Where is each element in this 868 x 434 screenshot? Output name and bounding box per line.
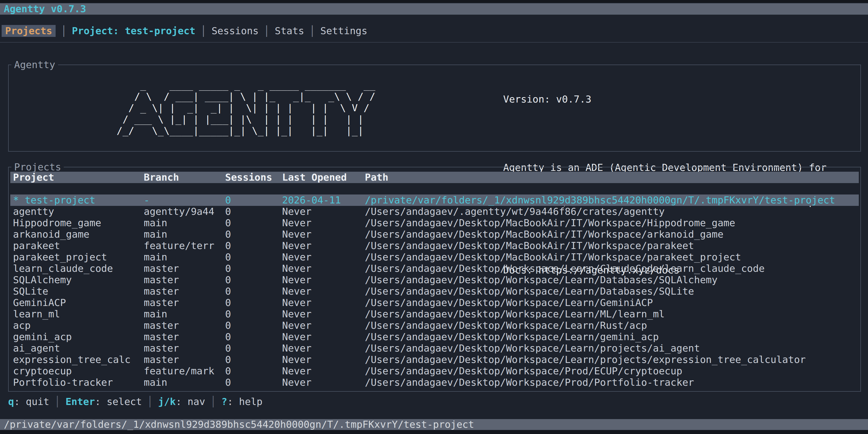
tab-bar: Projects │ Project: test-project │ Sessi…: [2, 25, 367, 37]
cell-branch: main: [144, 377, 167, 388]
cell-path: /Users/andagaev/Desktop/Workspace/Learn/…: [365, 320, 647, 331]
cell-path: /Users/andagaev/.agentty/wt/9a446f86/cra…: [365, 206, 664, 217]
help-label-help: help: [227, 396, 262, 407]
cell-branch: feature/terr: [144, 240, 214, 251]
cell-project: ai_agent: [13, 343, 60, 354]
cell-sessions: 0: [225, 206, 231, 217]
cell-branch: agentty/9a44: [144, 206, 214, 217]
cell-branch: feature/mark: [144, 365, 214, 377]
cell-sessions: 0: [225, 217, 231, 229]
help-label-quit: quit: [14, 396, 50, 407]
cell-last-opened: Never: [282, 206, 311, 217]
cell-sessions: 0: [225, 251, 231, 263]
cell-last-opened: Never: [282, 297, 311, 308]
cell-branch: main: [144, 229, 167, 240]
cell-branch: master: [144, 343, 179, 354]
column-header-last-opened: Last Opened: [282, 172, 347, 183]
tab-separator: │: [61, 26, 67, 37]
cell-project: SQLAlchemy: [13, 274, 72, 286]
tab-separator: │: [309, 26, 315, 37]
cell-sessions: 0: [225, 308, 231, 320]
table-row[interactable]: agenttyagentty/9a440Never/Users/andagaev…: [10, 206, 859, 217]
table-row[interactable]: SQLitemaster0Never/Users/andagaev/Deskto…: [10, 286, 859, 297]
cell-path: /Users/andagaev/Desktop/Workspace/Learn/…: [365, 286, 694, 297]
cell-path: /Users/andagaev/Desktop/MacBookAir/IT/Wo…: [365, 217, 735, 229]
table-row[interactable]: GeminiACPmaster0Never/Users/andagaev/Des…: [10, 297, 859, 308]
about-box-title: Agentty: [11, 59, 58, 71]
help-bar: qquit │ Enterselect │ j/knav │ ?help: [8, 396, 262, 407]
cell-path: /Users/andagaev/Desktop/MacBookAir/IT/Wo…: [365, 240, 694, 251]
tab-sessions[interactable]: Sessions: [212, 25, 258, 37]
tab-projects[interactable]: Projects: [2, 25, 56, 37]
cell-path: /Users/andagaev/Desktop/Workspace/Learn/…: [365, 331, 659, 343]
table-row[interactable]: acpmaster0Never/Users/andagaev/Desktop/W…: [10, 320, 859, 331]
cell-sessions: 0: [225, 331, 231, 343]
cell-project: SQLite: [13, 286, 48, 297]
ascii-logo: _ ____ _____ _ _ _____ _______ __ / \ / …: [117, 80, 375, 136]
cell-sessions: 0: [225, 229, 231, 240]
cell-branch: master: [144, 354, 179, 365]
cell-path: /Users/andagaev/Desktop/MacBookAir/IT/Wo…: [365, 251, 741, 263]
table-row[interactable]: Portfolio-trackermain0Never/Users/andaga…: [10, 377, 859, 388]
cell-project: gemini_acp: [13, 331, 72, 343]
cell-last-opened: Never: [282, 377, 311, 388]
cell-path: /Users/andagaev/Desktop/Workspace/Learn/…: [365, 297, 653, 308]
help-label-nav: nav: [176, 396, 205, 407]
tab-project-current[interactable]: Project: test-project: [72, 25, 195, 37]
table-row[interactable]: ai_agentmaster0Never/Users/andagaev/Desk…: [10, 343, 859, 354]
table-row[interactable]: arkanoid_gamemain0Never/Users/andagaev/D…: [10, 229, 859, 240]
cell-path: /Users/andagaev/Desktop/MacBookAir/IT/Wo…: [365, 229, 723, 240]
table-row[interactable]: parakeetfeature/terr0Never/Users/andagae…: [10, 240, 859, 251]
cell-project: Hippodrome_game: [13, 217, 101, 229]
cell-branch: master: [144, 274, 179, 286]
table-row[interactable]: gemini_acpmaster0Never/Users/andagaev/De…: [10, 331, 859, 343]
cell-project: acp: [13, 320, 31, 331]
tab-settings[interactable]: Settings: [320, 25, 367, 37]
table-row[interactable]: learn_mlmain0Never/Users/andagaev/Deskto…: [10, 308, 859, 320]
blank-line: [503, 128, 844, 139]
cell-sessions: 0: [225, 194, 231, 206]
table-row[interactable]: cryptoecupfeature/mark0Never/Users/andag…: [10, 365, 859, 377]
cell-branch: main: [144, 308, 167, 320]
cell-path: /Users/andagaev/Desktop/Workspace/Learn/…: [365, 308, 664, 320]
table-row[interactable]: Hippodrome_gamemain0Never/Users/andagaev…: [10, 217, 859, 229]
column-header-branch: Branch: [144, 172, 179, 183]
cell-last-opened: Never: [282, 331, 311, 343]
cell-path: /Users/andagaev/Desktop/Workspace/Learn/…: [365, 274, 717, 286]
cell-last-opened: Never: [282, 251, 311, 263]
cell-sessions: 0: [225, 240, 231, 251]
cell-sessions: 0: [225, 286, 231, 297]
cell-sessions: 0: [225, 297, 231, 308]
cell-project: learn_claude_code: [13, 263, 113, 274]
cell-path: /Users/andagaev/Desktop/Workspace/Learn/…: [365, 343, 700, 354]
cell-last-opened: Never: [282, 365, 311, 377]
cell-last-opened: Never: [282, 229, 311, 240]
cell-last-opened: 2026-04-11: [282, 194, 341, 206]
table-row[interactable]: expression_tree_calcmaster0Never/Users/a…: [10, 354, 859, 365]
projects-box-title: Projects: [11, 161, 64, 173]
cell-branch: master: [144, 286, 179, 297]
cell-project: expression_tree_calc: [13, 354, 130, 365]
status-bar: /private/var/folders/_1/xdnwsnl929d389bh…: [0, 419, 868, 430]
cell-last-opened: Never: [282, 274, 311, 286]
table-row[interactable]: learn_claude_codemaster0Never/Users/anda…: [10, 263, 859, 274]
column-header-path: Path: [365, 172, 389, 183]
cell-branch: master: [144, 263, 179, 274]
cell-path: /Users/andagaev/Desktop/Workspace/Prod/P…: [365, 377, 694, 388]
cell-last-opened: Never: [282, 217, 311, 229]
help-key-quit: q: [8, 396, 14, 407]
about-box: Agentty _ ____ _____ _ _ _____ _______ _…: [8, 65, 861, 152]
tab-stats[interactable]: Stats: [275, 25, 304, 37]
title-bar: Agentty v0.7.3: [0, 3, 868, 14]
table-header-row: Project Branch Sessions Last Opened Path: [10, 172, 859, 183]
table-row[interactable]: SQLAlchemymaster0Never/Users/andagaev/De…: [10, 274, 859, 286]
cell-branch: master: [144, 331, 179, 343]
table-row[interactable]: parakeet_projectmain0Never/Users/andagae…: [10, 251, 859, 263]
help-separator: │: [147, 396, 153, 407]
cell-last-opened: Never: [282, 320, 311, 331]
table-row-selected[interactable]: * test-project-02026-04-11/private/var/f…: [10, 194, 859, 206]
cell-branch: main: [144, 251, 167, 263]
cell-project: parakeet_project: [13, 251, 107, 263]
projects-box: Projects Project Branch Sessions Last Op…: [8, 167, 861, 392]
cell-project: arkanoid_game: [13, 229, 90, 240]
